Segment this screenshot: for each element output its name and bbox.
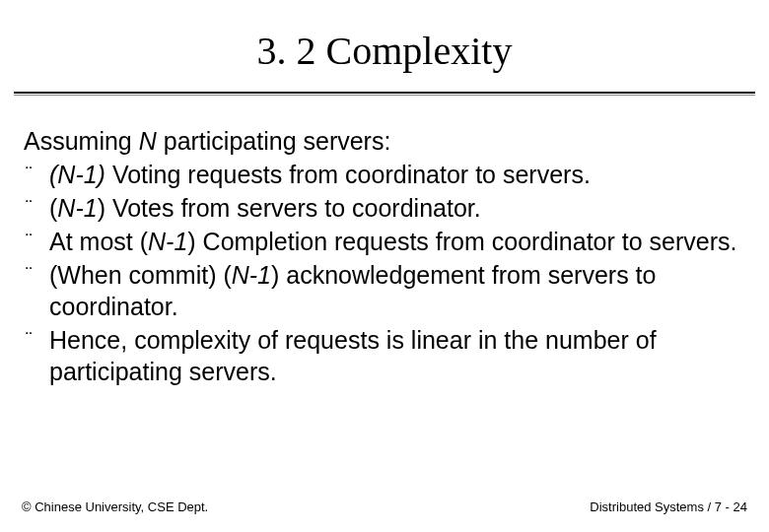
bullet-item: ¨ (N-1) Votes from servers to coordinato…	[24, 192, 745, 224]
bullet-tail: ) Completion requests from coordinator t…	[187, 228, 736, 255]
slide-title: 3. 2 Complexity	[0, 0, 769, 92]
bullet-text: (N-1) Votes from servers to coordinator.	[49, 192, 745, 224]
bullet-em: N-1	[57, 194, 97, 222]
diamond-bullet-icon: ¨	[24, 159, 49, 188]
footer-copyright: © Chinese University, CSE Dept.	[22, 499, 208, 514]
bullet-em: N-1	[148, 228, 187, 255]
bullet-text: (When commit) (N-1) acknowledgement from…	[49, 259, 745, 322]
bullet-text: Hence, complexity of requests is linear …	[49, 324, 745, 387]
bullet-pre: At most	[49, 228, 140, 255]
bullet-em: N-1	[232, 261, 271, 289]
bullet-text: At most (N-1) Completion requests from c…	[49, 226, 745, 257]
slide-body: Assuming N participating servers: ¨ (N-1…	[0, 96, 769, 387]
bullet-pre: Hence, complexity of requests is linear …	[49, 326, 657, 385]
diamond-bullet-icon: ¨	[24, 226, 49, 255]
bullet-tail: Voting requests from coordinator to serv…	[112, 161, 591, 188]
intro-line: Assuming N participating servers:	[24, 125, 745, 157]
diamond-bullet-icon: ¨	[24, 192, 49, 222]
diamond-bullet-icon: ¨	[24, 324, 49, 354]
bullet-tail: ) Votes from servers to coordinator.	[98, 194, 481, 222]
slide-footer: © Chinese University, CSE Dept. Distribu…	[0, 499, 769, 514]
bullet-text: (N-1) Voting requests from coordinator t…	[49, 159, 745, 190]
diamond-bullet-icon: ¨	[24, 259, 49, 289]
bullet-item: ¨ At most (N-1) Completion requests from…	[24, 226, 745, 257]
bullet-em: (N-1)	[49, 161, 112, 188]
bullet-item: ¨ Hence, complexity of requests is linea…	[24, 324, 745, 387]
bullet-pre: (When commit) (	[49, 261, 232, 289]
bullet-item: ¨ (When commit) (N-1) acknowledgement fr…	[24, 259, 745, 322]
intro-post: participating servers:	[157, 127, 391, 155]
footer-page: Distributed Systems / 7 - 24	[590, 499, 747, 514]
intro-em: N	[139, 127, 157, 155]
intro-pre: Assuming	[24, 127, 139, 155]
bullet-item: ¨ (N-1) Voting requests from coordinator…	[24, 159, 745, 190]
bullet-mid: (	[140, 228, 148, 255]
